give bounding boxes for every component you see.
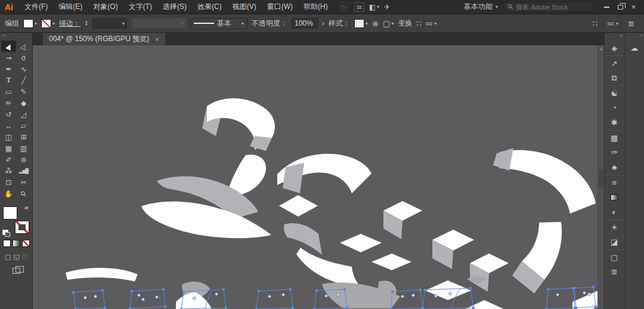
column-graph-tool[interactable]: ▂▅█ [16, 165, 31, 177]
draw-behind-icon[interactable]: ◱ [13, 253, 19, 261]
stroke-color-control[interactable]: ▾ [41, 19, 55, 28]
anchor-point[interactable] [104, 307, 106, 309]
width-tool[interactable]: ↔ [1, 120, 16, 131]
menu-item[interactable]: 效果(C) [192, 2, 227, 12]
eyedropper-tool[interactable]: ✐ [1, 154, 16, 165]
anchor-point[interactable] [424, 289, 426, 291]
swap-fill-stroke-icon[interactable]: ⇄ [24, 205, 29, 211]
stroke-weight-stepper[interactable]: ▲▼ [85, 20, 88, 26]
menu-item[interactable]: 编辑(E) [53, 2, 88, 12]
color-themes-panel[interactable]: ✱ [605, 115, 624, 130]
anchor-point[interactable] [131, 290, 133, 292]
select-similar-icon[interactable]: ▢▾ [383, 19, 394, 28]
color-guide-panel[interactable]: ◔ [605, 100, 624, 115]
scroll-up-icon[interactable]: ▲ [598, 45, 604, 52]
blend-tool[interactable]: ⊚ [16, 154, 31, 165]
anchor-point[interactable] [289, 288, 292, 291]
anchor-point[interactable] [225, 307, 227, 309]
menu-item[interactable]: 视图(V) [227, 2, 262, 12]
selection-tool[interactable]: ▶ [1, 41, 16, 52]
anchor-point[interactable] [592, 286, 595, 288]
letter-o-artwork[interactable] [277, 148, 596, 308]
fill-swatch[interactable] [23, 19, 33, 28]
symbols-panel[interactable]: ♣ [605, 160, 624, 175]
opacity-input[interactable]: 100% [292, 18, 318, 29]
control-panel-menu-icon[interactable]: ≣ [628, 19, 634, 28]
style-control[interactable]: ▾ [354, 19, 368, 28]
appearance-panel[interactable]: ☀ [605, 220, 624, 234]
fill-color-control[interactable]: ▾ [23, 19, 37, 28]
anchor-point[interactable] [595, 305, 597, 308]
align-objects-icon[interactable]: ∷ [416, 19, 421, 28]
fill-color-indicator[interactable] [3, 206, 17, 220]
pen-tool[interactable]: ✒ [1, 63, 16, 75]
menu-item[interactable]: 选择(S) [157, 2, 192, 12]
transform-link[interactable]: 变换 [398, 18, 412, 29]
menu-item[interactable]: 文字(T) [123, 2, 157, 12]
bridge-icon[interactable]: Br [339, 2, 349, 12]
gradient-tool[interactable]: ▥ [16, 143, 31, 154]
anchor-point[interactable] [222, 288, 225, 291]
stock-icon[interactable]: St [354, 2, 364, 12]
close-button[interactable]: × [631, 3, 636, 11]
rectangle-tool[interactable]: ▭ [1, 86, 16, 97]
anchor-point[interactable] [343, 288, 346, 291]
perspective-grid-tool[interactable]: ⊞ [16, 131, 31, 143]
anchor-point[interactable] [164, 305, 166, 308]
layers-panel[interactable]: ◈ [605, 41, 624, 55]
minimize-button[interactable] [604, 7, 609, 8]
magic-wand-tool[interactable]: ⇝ [1, 52, 16, 63]
gradient-panel[interactable] [605, 190, 624, 205]
symbol-sprayer-tool[interactable]: ⁂ [1, 165, 16, 177]
anchor-point[interactable] [469, 287, 472, 289]
anchor-point[interactable] [547, 288, 549, 291]
none-chip[interactable] [22, 240, 30, 247]
align-panel[interactable]: ≣ [605, 264, 624, 279]
graphic-styles-panel[interactable]: ◪ [605, 234, 624, 249]
stroke-panel[interactable]: ≡ [605, 175, 624, 190]
paragraph-options-icon[interactable]: ≔▾ [607, 19, 618, 28]
document-tab[interactable]: 004* @ 150% (RGB/GPU 预览) × [43, 33, 165, 45]
tab-close-icon[interactable]: × [155, 36, 159, 43]
anchor-point[interactable] [72, 291, 75, 293]
stroke-swatch[interactable] [41, 19, 51, 28]
color-panel[interactable]: ☯ [605, 85, 624, 100]
anchor-point[interactable] [573, 287, 575, 289]
transparency-panel[interactable]: ◐ [605, 205, 624, 220]
cc-dock-collapse-icon[interactable]: « [625, 33, 644, 41]
recolor-artwork-icon[interactable]: ⊛ [372, 19, 379, 28]
stroke-weight-dropdown[interactable]: ▾ [92, 18, 127, 29]
vertical-scrollbar[interactable]: ▲ [597, 45, 604, 309]
shape-builder-tool[interactable]: ◫ [1, 131, 16, 143]
draw-normal-icon[interactable]: ▢ [5, 253, 11, 261]
tools-collapse-icon[interactable]: « [0, 33, 32, 41]
shaper-tool[interactable]: ✏ [1, 97, 16, 109]
color-chip[interactable] [3, 240, 11, 247]
stroke-weight-label[interactable]: 描边： [59, 18, 80, 29]
swatches-panel[interactable]: ▦ [605, 130, 624, 145]
slice-tool[interactable]: ✂ [16, 177, 31, 188]
anchor-point[interactable] [575, 307, 577, 309]
anchor-point[interactable] [101, 289, 104, 292]
brushes-panel[interactable]: ✑ [605, 145, 624, 160]
creative-cloud-panel[interactable]: ☁ [625, 41, 644, 55]
gpu-performance-icon[interactable]: ✈ [384, 3, 390, 11]
free-transform-tool[interactable]: ▱ [16, 120, 31, 131]
draw-inside-icon[interactable]: ⊡ [22, 253, 27, 261]
anchor-point[interactable] [346, 307, 348, 309]
zoom-tool[interactable]: ⚲ [16, 188, 31, 199]
anchor-point[interactable] [419, 289, 422, 291]
menu-item[interactable]: 对象(O) [88, 2, 123, 12]
anchor-point[interactable] [292, 307, 294, 309]
panel-dock-icon[interactable]: ∷ [593, 19, 597, 28]
stroke-style-dropdown[interactable]: 基本 ▾ [190, 18, 247, 29]
anchor-point[interactable] [315, 289, 318, 292]
menu-item[interactable]: 文件(F) [19, 2, 53, 12]
anchor-point[interactable] [472, 307, 475, 309]
screen-mode-icon[interactable] [13, 268, 20, 274]
anchor-point[interactable] [182, 291, 185, 293]
menu-item[interactable]: 帮助(H) [298, 2, 333, 12]
mesh-tool[interactable]: ▦ [1, 143, 16, 154]
transform-panel[interactable]: ▢ [605, 249, 624, 264]
gradient-chip[interactable] [13, 240, 20, 247]
